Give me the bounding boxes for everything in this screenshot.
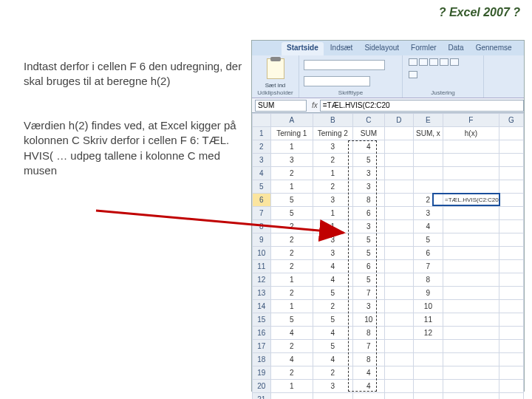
- font-selector[interactable]: [304, 60, 385, 70]
- cell-D10[interactable]: [385, 247, 414, 260]
- row-header-21[interactable]: 21: [253, 393, 271, 400]
- cell-B15[interactable]: 5: [313, 313, 352, 327]
- cell-E7[interactable]: 3: [413, 207, 443, 220]
- cell-A4[interactable]: 2: [270, 167, 313, 180]
- cell-G20[interactable]: [499, 380, 523, 393]
- cell-C19[interactable]: 4: [352, 366, 385, 380]
- cell-A17[interactable]: 2: [270, 340, 313, 353]
- row-header-19[interactable]: 19: [253, 366, 271, 380]
- cell-G21[interactable]: [499, 393, 523, 400]
- cell-D7[interactable]: [385, 207, 414, 220]
- cell-G14[interactable]: [499, 300, 523, 313]
- cell-E19[interactable]: [413, 366, 443, 380]
- cell-F3[interactable]: [443, 154, 499, 167]
- cell-G2[interactable]: [499, 140, 523, 154]
- cell-D19[interactable]: [385, 366, 414, 380]
- cell-A13[interactable]: 2: [270, 287, 313, 300]
- row-header-16[interactable]: 16: [253, 327, 271, 340]
- cell-B13[interactable]: 5: [313, 287, 352, 300]
- cell-E14[interactable]: 10: [413, 300, 443, 313]
- cell-G3[interactable]: [499, 154, 523, 167]
- cell-C18[interactable]: 8: [352, 353, 385, 366]
- tab-gennemse[interactable]: Gennemse: [471, 42, 517, 55]
- cell-C11[interactable]: 6: [352, 260, 385, 273]
- cell-D9[interactable]: [385, 233, 414, 247]
- cell-C13[interactable]: 7: [352, 287, 385, 300]
- cell-E8[interactable]: 4: [413, 220, 443, 233]
- row-header-1[interactable]: 1: [253, 127, 271, 140]
- cell-C7[interactable]: 6: [352, 207, 385, 220]
- row-header-7[interactable]: 7: [253, 207, 271, 220]
- cell-G4[interactable]: [499, 167, 523, 180]
- cell-G19[interactable]: [499, 366, 523, 380]
- cell-D1[interactable]: [385, 127, 414, 140]
- cell-D15[interactable]: [385, 313, 414, 327]
- cell-A16[interactable]: 4: [270, 327, 313, 340]
- cell-E15[interactable]: 11: [413, 313, 443, 327]
- cell-C12[interactable]: 5: [352, 273, 385, 287]
- cell-A15[interactable]: 5: [270, 313, 313, 327]
- fx-icon[interactable]: fx: [312, 101, 318, 109]
- cell-G1[interactable]: [499, 127, 523, 140]
- cell-A21[interactable]: [270, 393, 313, 400]
- row-header-11[interactable]: 11: [253, 260, 271, 273]
- name-box[interactable]: SUM: [255, 100, 307, 112]
- col-header-A[interactable]: A: [270, 114, 313, 127]
- cell-C17[interactable]: 7: [352, 340, 385, 353]
- cell-G5[interactable]: [499, 180, 523, 194]
- col-header-F[interactable]: F: [443, 114, 499, 127]
- cell-E18[interactable]: [413, 353, 443, 366]
- cell-A11[interactable]: 2: [270, 260, 313, 273]
- cell-E10[interactable]: 6: [413, 247, 443, 260]
- cell-A7[interactable]: 5: [270, 207, 313, 220]
- cell-D13[interactable]: [385, 287, 414, 300]
- cell-E17[interactable]: [413, 340, 443, 353]
- cell-F7[interactable]: [443, 207, 499, 220]
- cell-F1[interactable]: h(x): [443, 127, 499, 140]
- cell-G18[interactable]: [499, 353, 523, 366]
- cell-D11[interactable]: [385, 260, 414, 273]
- cell-B3[interactable]: 2: [313, 154, 352, 167]
- tab-indsaet[interactable]: Indsæt: [325, 42, 358, 55]
- cell-D8[interactable]: [385, 220, 414, 233]
- cell-D5[interactable]: [385, 180, 414, 194]
- cell-F19[interactable]: [443, 366, 499, 380]
- paste-icon[interactable]: [267, 58, 284, 79]
- cell-F16[interactable]: [443, 327, 499, 340]
- cell-B20[interactable]: 3: [313, 380, 352, 393]
- cell-B19[interactable]: 2: [313, 366, 352, 380]
- alignment-buttons[interactable]: [407, 57, 466, 83]
- cell-F5[interactable]: [443, 180, 499, 194]
- cell-A19[interactable]: 2: [270, 366, 313, 380]
- cell-F12[interactable]: [443, 273, 499, 287]
- cell-C2[interactable]: 4: [352, 140, 385, 154]
- row-header-20[interactable]: 20: [253, 380, 271, 393]
- col-header-B[interactable]: B: [313, 114, 352, 127]
- row-header-2[interactable]: 2: [253, 140, 271, 154]
- cell-A8[interactable]: 2: [270, 220, 313, 233]
- cell-G10[interactable]: [499, 247, 523, 260]
- cell-F20[interactable]: [443, 380, 499, 393]
- cell-F15[interactable]: [443, 313, 499, 327]
- cell-C16[interactable]: 8: [352, 327, 385, 340]
- row-header-17[interactable]: 17: [253, 340, 271, 353]
- cell-C1[interactable]: SUM: [352, 127, 385, 140]
- cell-D18[interactable]: [385, 353, 414, 366]
- cell-G8[interactable]: [499, 220, 523, 233]
- cell-E20[interactable]: [413, 380, 443, 393]
- cell-E11[interactable]: 7: [413, 260, 443, 273]
- col-header-G[interactable]: G: [499, 114, 523, 127]
- cell-F6[interactable]: =TÆL.HVIS(C2:C20: [443, 194, 499, 207]
- cell-A2[interactable]: 1: [270, 140, 313, 154]
- cell-G17[interactable]: [499, 340, 523, 353]
- cell-A6[interactable]: 5: [270, 194, 313, 207]
- cell-C4[interactable]: 3: [352, 167, 385, 180]
- cell-E6[interactable]: 2: [413, 194, 443, 207]
- cell-D2[interactable]: [385, 140, 414, 154]
- cell-B1[interactable]: Terning 2: [313, 127, 352, 140]
- cell-F21[interactable]: [443, 393, 499, 400]
- cell-A14[interactable]: 1: [270, 300, 313, 313]
- tab-data[interactable]: Data: [443, 42, 469, 55]
- cell-D20[interactable]: [385, 380, 414, 393]
- cell-B7[interactable]: 1: [313, 207, 352, 220]
